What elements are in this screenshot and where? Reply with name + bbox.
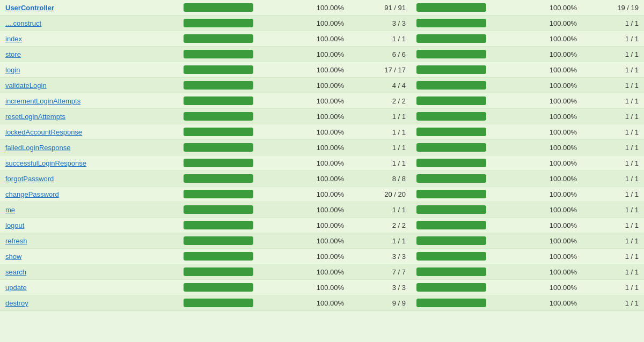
name-cell: changePassword xyxy=(0,187,178,202)
name-cell: validateLogin xyxy=(0,78,178,93)
table-row: UserController100.00%91 / 91100.00%19 / … xyxy=(0,0,644,16)
progress-bar-fill xyxy=(184,236,253,245)
count2-cell: 1 / 1 xyxy=(582,233,644,249)
method-link[interactable]: resetLoginAttempts xyxy=(5,113,65,121)
method-link[interactable]: UserController xyxy=(5,4,54,12)
progress-bar-fill xyxy=(184,174,253,183)
table-row: destroy100.00%9 / 9100.00%1 / 1 xyxy=(0,295,644,311)
count2-cell: 1 / 1 xyxy=(582,62,644,78)
count2-cell: 1 / 1 xyxy=(582,47,644,62)
count1-cell: 1 / 1 xyxy=(349,202,411,218)
method-link[interactable]: validateLogin xyxy=(5,81,47,90)
count2-cell: 19 / 19 xyxy=(582,0,644,16)
count2-cell: 1 / 1 xyxy=(582,280,644,295)
pct2-cell: 100.00% xyxy=(521,109,582,124)
bar1-cell xyxy=(178,155,288,171)
progress-bar-bg2 xyxy=(416,283,486,292)
pct1-cell: 100.00% xyxy=(288,218,349,233)
method-link[interactable]: update xyxy=(5,284,27,292)
progress-bar-bg2 xyxy=(416,19,486,27)
table-row: refresh100.00%1 / 1100.00%1 / 1 xyxy=(0,233,644,249)
method-link[interactable]: index xyxy=(5,35,22,43)
progress-bar-fill2 xyxy=(416,252,486,261)
method-link[interactable]: successfulLoginResponse xyxy=(5,159,86,167)
count2-cell: 1 / 1 xyxy=(582,16,644,31)
count1-cell: 1 / 1 xyxy=(349,31,411,47)
pct2-cell: 100.00% xyxy=(521,124,582,140)
name-cell: UserController xyxy=(0,0,178,16)
method-link[interactable]: changePassword xyxy=(5,190,59,198)
method-link[interactable]: destroy xyxy=(5,299,28,307)
table-row: resetLoginAttempts100.00%1 / 1100.00%1 /… xyxy=(0,109,644,124)
progress-bar-bg xyxy=(184,299,253,307)
count2-cell: 1 / 1 xyxy=(582,171,644,187)
bar1-cell xyxy=(178,93,288,109)
method-link[interactable]: logout xyxy=(5,221,24,229)
table-row: lockedAccountResponse100.00%1 / 1100.00%… xyxy=(0,124,644,140)
table-row: search100.00%7 / 7100.00%1 / 1 xyxy=(0,264,644,280)
method-link[interactable]: search xyxy=(5,268,26,276)
progress-bar-fill xyxy=(184,81,253,90)
progress-bar-fill xyxy=(184,267,253,276)
bar1-cell xyxy=(178,78,288,93)
method-link[interactable]: login xyxy=(5,66,20,74)
bar2-cell xyxy=(411,0,521,16)
pct1-cell: 100.00% xyxy=(288,31,349,47)
name-cell: failedLoginResponse xyxy=(0,140,178,155)
progress-bar-fill xyxy=(184,221,253,229)
progress-bar-fill2 xyxy=(416,128,486,136)
count2-cell: 1 / 1 xyxy=(582,93,644,109)
method-link[interactable]: me xyxy=(5,206,15,214)
progress-bar-fill xyxy=(184,3,253,12)
bar2-cell xyxy=(411,47,521,62)
method-link[interactable]: ....construct xyxy=(5,19,41,27)
method-link[interactable]: forgotPassword xyxy=(5,175,54,183)
method-link[interactable]: failedLoginResponse xyxy=(5,144,70,152)
count1-cell: 6 / 6 xyxy=(349,47,411,62)
progress-bar-bg2 xyxy=(416,3,486,12)
table-row: update100.00%3 / 3100.00%1 / 1 xyxy=(0,280,644,295)
pct2-cell: 100.00% xyxy=(521,233,582,249)
progress-bar-fill xyxy=(184,128,253,136)
method-link[interactable]: incrementLoginAttempts xyxy=(5,97,80,105)
method-link[interactable]: show xyxy=(5,252,21,261)
progress-bar-bg2 xyxy=(416,65,486,74)
progress-bar-bg2 xyxy=(416,252,486,261)
pct1-cell: 100.00% xyxy=(288,0,349,16)
progress-bar-fill xyxy=(184,190,253,198)
count1-cell: 4 / 4 xyxy=(349,78,411,93)
name-cell: refresh xyxy=(0,233,178,249)
progress-bar-fill xyxy=(184,283,253,292)
progress-bar-bg xyxy=(184,96,253,105)
name-cell: show xyxy=(0,249,178,264)
bar1-cell xyxy=(178,264,288,280)
count2-cell: 1 / 1 xyxy=(582,109,644,124)
bar2-cell xyxy=(411,31,521,47)
method-link[interactable]: lockedAccountResponse xyxy=(5,128,82,136)
progress-bar-fill2 xyxy=(416,174,486,183)
bar1-cell xyxy=(178,233,288,249)
name-cell: logout xyxy=(0,218,178,233)
bar2-cell xyxy=(411,62,521,78)
pct1-cell: 100.00% xyxy=(288,155,349,171)
progress-bar-fill2 xyxy=(416,283,486,292)
pct2-cell: 100.00% xyxy=(521,218,582,233)
bar1-cell xyxy=(178,295,288,311)
progress-bar-bg2 xyxy=(416,81,486,90)
bar2-cell xyxy=(411,202,521,218)
method-link[interactable]: refresh xyxy=(5,237,27,245)
count2-cell: 1 / 1 xyxy=(582,31,644,47)
bar2-cell xyxy=(411,295,521,311)
method-link[interactable]: store xyxy=(5,50,21,58)
pct1-cell: 100.00% xyxy=(288,16,349,31)
pct1-cell: 100.00% xyxy=(288,280,349,295)
pct1-cell: 100.00% xyxy=(288,140,349,155)
count2-cell: 1 / 1 xyxy=(582,78,644,93)
progress-bar-bg xyxy=(184,221,253,229)
progress-bar-bg xyxy=(184,252,253,261)
pct1-cell: 100.00% xyxy=(288,264,349,280)
progress-bar-bg xyxy=(184,174,253,183)
bar2-cell xyxy=(411,93,521,109)
bar2-cell xyxy=(411,233,521,249)
progress-bar-bg xyxy=(184,65,253,74)
